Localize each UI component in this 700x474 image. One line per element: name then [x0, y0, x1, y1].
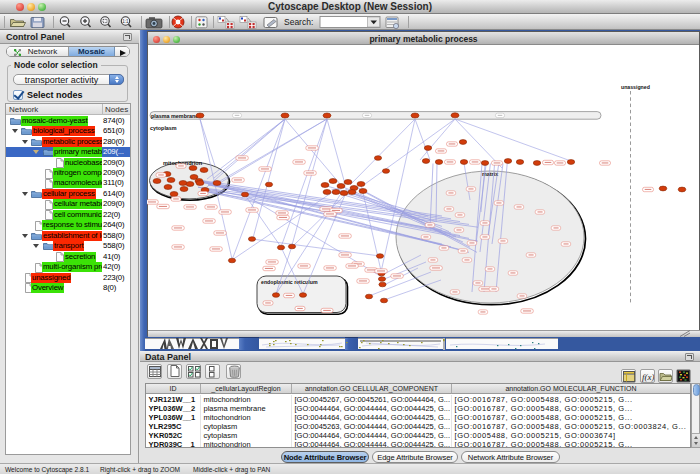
- svg-text:Search:: Search:: [284, 17, 313, 27]
- svg-text:1:1: 1:1: [122, 19, 129, 24]
- svg-text:cytoplasm: cytoplasm: [150, 125, 177, 131]
- svg-text:f(x): f(x): [642, 372, 654, 382]
- svg-text:unassigned: unassigned: [621, 84, 650, 90]
- svg-text:plasma membrane: plasma membrane: [151, 113, 198, 119]
